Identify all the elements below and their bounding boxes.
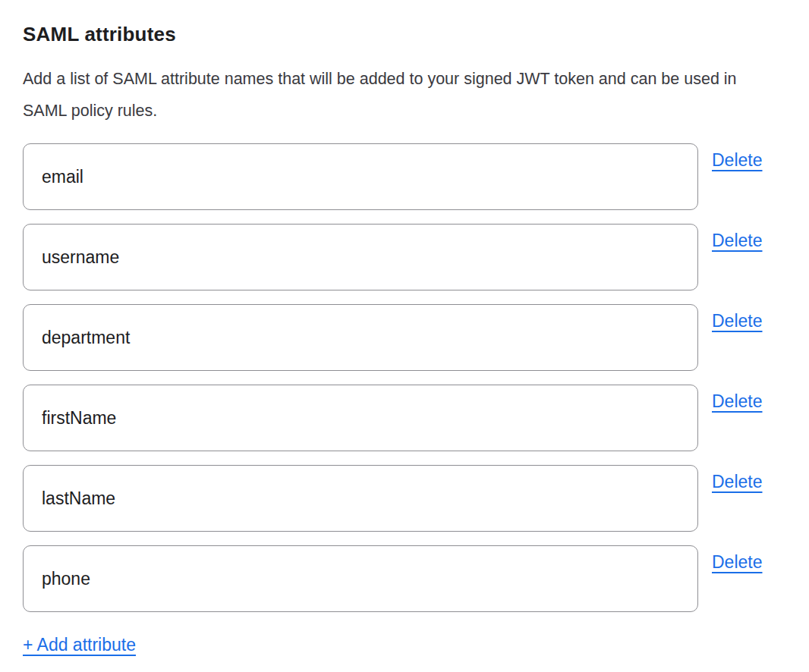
attribute-input[interactable]: [23, 385, 698, 451]
attribute-input[interactable]: [23, 465, 698, 532]
attribute-row: Delete: [23, 385, 774, 451]
attribute-input[interactable]: [23, 143, 698, 210]
page-title: SAML attributes: [23, 23, 774, 46]
attribute-row: Delete: [23, 545, 774, 612]
saml-attributes-section: SAML attributes Add a list of SAML attri…: [0, 0, 809, 655]
attribute-row: Delete: [23, 304, 774, 371]
attribute-input[interactable]: [23, 545, 698, 612]
section-description: Add a list of SAML attribute names that …: [23, 63, 774, 127]
attribute-rows: Delete Delete Delete Delete Delete Delet…: [23, 143, 774, 612]
delete-link[interactable]: Delete: [712, 552, 762, 573]
attribute-input[interactable]: [23, 304, 698, 371]
delete-link[interactable]: Delete: [712, 231, 762, 251]
attribute-row: Delete: [23, 224, 774, 290]
add-attribute-link[interactable]: + Add attribute: [23, 635, 136, 655]
delete-link[interactable]: Delete: [712, 472, 762, 492]
attribute-row: Delete: [23, 465, 774, 532]
attribute-row: Delete: [23, 143, 774, 210]
delete-link[interactable]: Delete: [712, 311, 762, 331]
delete-link[interactable]: Delete: [712, 150, 762, 171]
delete-link[interactable]: Delete: [712, 391, 762, 412]
attribute-input[interactable]: [23, 224, 698, 290]
